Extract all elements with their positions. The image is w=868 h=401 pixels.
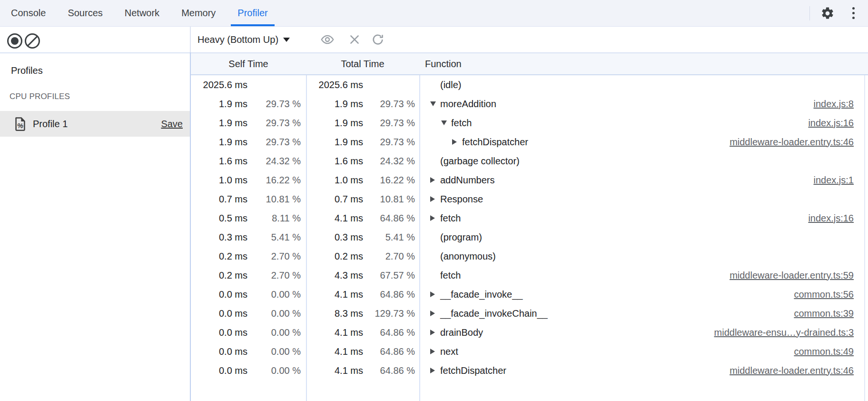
table-row[interactable]: 0.0 ms0.00 %4.1 ms64.86 %nextcommon.ts:4… bbox=[191, 342, 868, 361]
view-mode-dropdown[interactable]: Heavy (Bottom Up) bbox=[197, 27, 290, 52]
total-time-value: 1.9 ms bbox=[306, 137, 363, 148]
column-header-function[interactable]: Function bbox=[419, 59, 868, 70]
table-row[interactable]: 1.0 ms16.22 %1.0 ms16.22 %addNumbersinde… bbox=[191, 170, 868, 190]
total-time-value: 1.9 ms bbox=[306, 99, 363, 110]
tab-console[interactable]: Console bbox=[0, 0, 57, 26]
table-row[interactable]: 0.2 ms2.70 %4.3 ms67.57 %fetchmiddleware… bbox=[191, 266, 868, 285]
self-time-cell: 1.0 ms16.22 % bbox=[191, 175, 306, 186]
self-time-cell: 0.0 ms0.00 % bbox=[191, 346, 306, 357]
expand-arrow-icon[interactable] bbox=[430, 349, 440, 354]
function-name: (idle) bbox=[440, 80, 461, 90]
function-cell: (idle) bbox=[419, 80, 868, 90]
self-time-cell: 0.0 ms0.00 % bbox=[191, 308, 306, 319]
tab-memory[interactable]: Memory bbox=[170, 0, 227, 26]
table-row[interactable]: 1.9 ms29.73 %1.9 ms29.73 %fetchindex.js:… bbox=[191, 113, 868, 132]
source-link[interactable]: middleware-loader.entry.ts:46 bbox=[730, 365, 854, 376]
tab-profiler[interactable]: Profiler bbox=[227, 0, 278, 26]
total-time-cell: 1.9 ms29.73 % bbox=[306, 99, 419, 110]
table-row[interactable]: 2025.6 ms2025.6 ms(idle) bbox=[191, 75, 868, 94]
source-link[interactable]: common.ts:39 bbox=[794, 308, 854, 319]
table-row[interactable]: 0.0 ms0.00 %8.3 ms129.73 %__facade_invok… bbox=[191, 304, 868, 323]
table-row[interactable]: 0.0 ms0.00 %4.1 ms64.86 %fetchDispatcher… bbox=[191, 361, 868, 380]
self-time-value: 0.0 ms bbox=[191, 346, 247, 357]
devtools-tab-bar: ConsoleSourcesNetworkMemoryProfiler bbox=[0, 0, 868, 27]
total-time-cell: 0.7 ms10.81 % bbox=[306, 194, 419, 205]
total-time-percent: 64.86 % bbox=[363, 213, 415, 224]
total-time-value: 4.3 ms bbox=[306, 270, 363, 281]
total-time-value: 0.3 ms bbox=[306, 232, 363, 243]
total-time-value: 2025.6 ms bbox=[306, 80, 363, 90]
table-row[interactable]: 0.0 ms0.00 %4.1 ms64.86 %__facade_invoke… bbox=[191, 285, 868, 304]
function-cell: fetchDispatchermiddleware-loader.entry.t… bbox=[419, 137, 868, 148]
expand-arrow-icon[interactable] bbox=[441, 120, 451, 125]
expand-arrow-icon[interactable] bbox=[430, 368, 440, 373]
table-row[interactable]: 0.3 ms5.41 %0.3 ms5.41 %(program) bbox=[191, 228, 868, 247]
indent-spacer bbox=[419, 332, 430, 333]
source-link[interactable]: middleware-loader.entry.ts:46 bbox=[730, 137, 854, 148]
self-time-percent: 0.00 % bbox=[247, 365, 301, 376]
source-link[interactable]: index.js:16 bbox=[808, 118, 854, 129]
self-time-percent: 5.41 % bbox=[247, 232, 301, 243]
self-time-cell: 0.0 ms0.00 % bbox=[191, 289, 306, 300]
total-time-value: 1.6 ms bbox=[306, 156, 363, 167]
expand-arrow-icon[interactable] bbox=[430, 330, 440, 335]
function-cell: nextcommon.ts:49 bbox=[419, 346, 868, 357]
self-time-value: 0.0 ms bbox=[191, 308, 247, 319]
expand-arrow-icon[interactable] bbox=[430, 177, 440, 183]
table-row[interactable]: 1.6 ms24.32 %1.6 ms24.32 %(garbage colle… bbox=[191, 151, 868, 170]
source-link[interactable]: middleware-ensu…y-drained.ts:3 bbox=[714, 327, 854, 338]
self-time-value: 0.0 ms bbox=[191, 289, 247, 300]
table-row[interactable]: 0.5 ms8.11 %4.1 ms64.86 %fetchindex.js:1… bbox=[191, 209, 868, 228]
table-row[interactable]: 0.2 ms2.70 %0.2 ms2.70 %(anonymous) bbox=[191, 247, 868, 266]
indent-spacer bbox=[419, 275, 430, 276]
table-row[interactable]: 0.7 ms10.81 %0.7 ms10.81 %Response bbox=[191, 190, 868, 209]
table-row[interactable]: 0.0 ms0.00 %4.1 ms64.86 %drainBodymiddle… bbox=[191, 323, 868, 342]
refresh-icon[interactable] bbox=[371, 33, 385, 46]
self-time-cell: 0.7 ms10.81 % bbox=[191, 194, 306, 205]
source-link[interactable]: common.ts:49 bbox=[794, 346, 854, 357]
save-link[interactable]: Save bbox=[161, 119, 183, 130]
tab-bar-actions bbox=[809, 0, 861, 26]
visibility-eye-icon[interactable] bbox=[321, 33, 334, 46]
total-time-value: 4.1 ms bbox=[306, 289, 363, 300]
source-link[interactable]: common.ts:56 bbox=[794, 289, 854, 300]
function-name: fetch bbox=[440, 213, 461, 224]
total-time-value: 4.1 ms bbox=[306, 327, 363, 338]
total-time-cell: 1.6 ms24.32 % bbox=[306, 156, 419, 167]
total-time-percent: 24.32 % bbox=[363, 156, 415, 167]
function-name: fetchDispatcher bbox=[440, 365, 506, 376]
source-link[interactable]: index.js:1 bbox=[814, 175, 854, 186]
expand-arrow-icon[interactable] bbox=[452, 139, 462, 145]
source-link[interactable]: middleware-loader.entry.ts:59 bbox=[730, 270, 854, 281]
function-cell: fetchindex.js:16 bbox=[419, 213, 868, 224]
cpu-profiles-section-title: CPU PROFILES bbox=[10, 92, 190, 101]
table-row[interactable]: 1.9 ms29.73 %1.9 ms29.73 %moreAdditionin… bbox=[191, 94, 868, 113]
source-link[interactable]: index.js:8 bbox=[814, 99, 854, 110]
table-row[interactable]: 1.9 ms29.73 %1.9 ms29.73 %fetchDispatche… bbox=[191, 132, 868, 151]
grid-header: Self Time Total Time Function bbox=[191, 53, 868, 75]
expand-arrow-icon[interactable] bbox=[430, 101, 440, 106]
total-time-percent: 10.81 % bbox=[363, 194, 415, 205]
expand-arrow-icon[interactable] bbox=[430, 291, 440, 297]
function-cell: (program) bbox=[419, 232, 868, 243]
triangle-right-icon bbox=[430, 368, 435, 373]
settings-gear-icon[interactable] bbox=[819, 5, 836, 21]
self-time-value: 0.7 ms bbox=[191, 194, 247, 205]
more-options-icon[interactable] bbox=[845, 5, 861, 21]
source-link[interactable]: index.js:16 bbox=[808, 213, 854, 224]
sidebar-item-profile-1[interactable]: % Profile 1 Save bbox=[0, 111, 190, 137]
tab-network[interactable]: Network bbox=[114, 0, 170, 26]
expand-arrow-icon[interactable] bbox=[430, 196, 440, 202]
column-header-self-time[interactable]: Self Time bbox=[191, 59, 306, 70]
indent-spacer bbox=[419, 180, 430, 180]
self-time-value: 1.6 ms bbox=[191, 156, 247, 167]
expand-arrow-icon[interactable] bbox=[430, 311, 440, 316]
total-time-percent: 67.57 % bbox=[363, 270, 415, 281]
expand-arrow-icon[interactable] bbox=[430, 215, 440, 221]
record-icon[interactable] bbox=[7, 33, 22, 49]
clear-icon[interactable] bbox=[25, 33, 40, 49]
self-time-percent: 16.22 % bbox=[247, 175, 301, 186]
close-icon[interactable] bbox=[348, 33, 361, 46]
column-header-total-time[interactable]: Total Time bbox=[306, 59, 419, 70]
tab-sources[interactable]: Sources bbox=[57, 0, 113, 26]
